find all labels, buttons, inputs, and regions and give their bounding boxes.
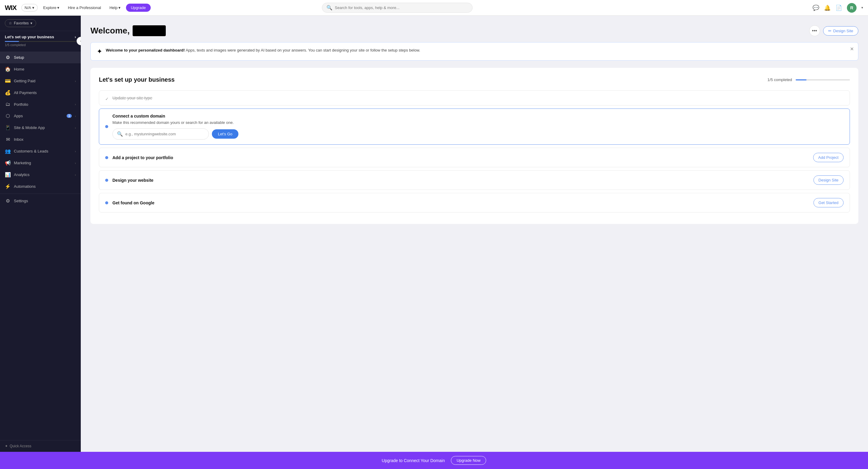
banner-sparkle-icon: ✦ <box>97 48 102 56</box>
add-project-button[interactable]: Add Project <box>813 153 844 162</box>
marketing-chevron: › <box>75 161 76 165</box>
star-icon: ☆ <box>9 21 12 25</box>
lets-go-button[interactable]: Let's Go <box>212 129 239 139</box>
step-design-website-dot <box>105 179 108 182</box>
setup-progress-track <box>796 79 850 81</box>
sidebar-header: ☆ Favorites ▾ <box>0 16 81 31</box>
sidebar-item-all-payments[interactable]: 💰 All Payments <box>0 87 81 99</box>
analytics-chevron: › <box>75 173 76 177</box>
page-header: Welcome, ••• ✏ Design Site <box>90 25 858 36</box>
portfolio-chevron: › <box>75 102 76 106</box>
setup-card: Let's set up your business 1/5 completed… <box>90 68 858 224</box>
sidebar-item-automations[interactable]: ⚡ Automations <box>0 181 81 192</box>
help-link[interactable]: Help ▾ <box>106 5 124 10</box>
sidebar-label-all-payments: All Payments <box>14 90 76 95</box>
domain-search-icon: 🔍 <box>117 131 123 137</box>
design-site-button[interactable]: ✏ Design Site <box>823 26 858 36</box>
step-get-found-content: Get found on Google <box>113 200 809 205</box>
sidebar-item-customers-leads[interactable]: 👥 Customers & Leads › <box>0 145 81 157</box>
avatar[interactable]: R <box>847 3 857 13</box>
search-input[interactable] <box>335 5 468 10</box>
sidebar-item-portfolio[interactable]: 🗂 Portfolio › <box>0 99 81 110</box>
upgrade-now-button[interactable]: Upgrade Now <box>451 456 487 465</box>
setup-card-progress: 1/5 completed <box>767 77 850 82</box>
sidebar-label-apps: Apps <box>14 114 64 118</box>
sidebar-label-customers-leads: Customers & Leads <box>14 149 72 153</box>
banner-title: Welcome to your personalized dashboard! <box>106 48 185 53</box>
inbox-icon: ✉ <box>5 136 11 142</box>
notifications-icon[interactable]: 🔔 <box>824 4 831 11</box>
sidebar-setup-section: Let's set up your business › 1/5 complet… <box>0 31 81 49</box>
sidebar-item-settings[interactable]: ⚙ Settings <box>0 195 81 207</box>
apps-icon: ⬡ <box>5 113 11 119</box>
sidebar-label-marketing: Marketing <box>14 161 72 165</box>
more-options-button[interactable]: ••• <box>809 25 820 36</box>
customers-leads-chevron: › <box>75 150 76 153</box>
sidebar-item-site-mobile[interactable]: 📱 Site & Mobile App › <box>0 122 81 133</box>
sidebar-progress-fill <box>5 41 19 42</box>
step-update-site-type-content: Update your site type <box>113 96 844 100</box>
sidebar-item-apps[interactable]: ⬡ Apps 1 › <box>0 110 81 122</box>
domain-input-wrap[interactable]: 🔍 <box>113 128 209 139</box>
design-website-button[interactable]: Design Site <box>813 176 844 185</box>
hire-professional-link[interactable]: Hire a Professional <box>65 5 104 10</box>
avatar-chevron[interactable]: ▾ <box>861 6 863 10</box>
upgrade-footer: Upgrade to Connect Your Domain Upgrade N… <box>0 452 868 469</box>
all-payments-icon: 💰 <box>5 90 11 96</box>
nav-icons: 💬 🔔 📄 R ▾ <box>812 3 863 13</box>
home-icon: 🏠 <box>5 66 11 72</box>
automations-icon: ⚡ <box>5 184 11 189</box>
analytics-icon: 📊 <box>5 172 11 178</box>
sidebar-label-inbox: Inbox <box>14 137 76 142</box>
header-actions: ••• ✏ Design Site <box>809 25 858 36</box>
sidebar-label-home: Home <box>14 67 76 71</box>
sidebar-item-getting-paid[interactable]: 💳 Getting Paid › <box>0 75 81 87</box>
step-connect-domain-description: Make this recommended domain yours or se… <box>113 120 844 125</box>
domain-input[interactable] <box>125 132 204 136</box>
get-started-button[interactable]: Get Started <box>813 198 844 207</box>
site-mobile-icon: 📱 <box>5 125 11 130</box>
site-selector-chevron: ▾ <box>32 5 34 10</box>
step-design-website-title: Design your website <box>113 178 809 183</box>
setup-chevron: › <box>75 35 76 39</box>
sidebar-item-analytics[interactable]: 📊 Analytics › <box>0 169 81 181</box>
upgrade-footer-text: Upgrade to Connect Your Domain <box>382 458 445 463</box>
explore-link[interactable]: Explore ▾ <box>40 5 62 10</box>
apps-badge: 1 <box>67 114 72 118</box>
search-bar[interactable]: 🔍 <box>322 3 472 13</box>
sidebar: ‹ ☆ Favorites ▾ Let's set up your busine… <box>0 16 81 452</box>
sidebar-label-settings: Settings <box>14 199 76 203</box>
site-selector[interactable]: N/A ▾ <box>22 4 38 11</box>
site-name-label: N/A <box>25 5 31 10</box>
marketing-icon: 📢 <box>5 160 11 166</box>
apps-chevron: › <box>75 114 76 118</box>
sidebar-progress-bar <box>5 41 76 42</box>
portfolio-icon: 🗂 <box>5 101 11 107</box>
quick-access-icon: ✦ <box>5 444 8 448</box>
user-name-block <box>133 25 165 36</box>
wix-logo: WIX <box>5 4 17 12</box>
quick-access-button[interactable]: ✦ Quick Access <box>0 440 81 452</box>
banner-body: Apps, texts and images were generated by… <box>186 48 420 53</box>
customers-leads-icon: 👥 <box>5 148 11 154</box>
banner-close-button[interactable]: ✕ <box>850 46 854 52</box>
setup-card-header: Let's set up your business 1/5 completed <box>99 76 850 83</box>
setup-card-progress-text: 1/5 completed <box>767 77 792 82</box>
sidebar-label-getting-paid: Getting Paid <box>14 79 72 83</box>
welcome-title: Welcome, <box>90 25 166 36</box>
step-get-found-dot <box>105 201 108 205</box>
sidebar-setup-title[interactable]: Let's set up your business › <box>5 35 76 39</box>
sidebar-item-marketing[interactable]: 📢 Marketing › <box>0 157 81 169</box>
favorites-button[interactable]: ☆ Favorites ▾ <box>5 19 36 27</box>
upgrade-button[interactable]: Upgrade <box>126 4 151 12</box>
step-get-found-title: Get found on Google <box>113 200 809 205</box>
pages-icon[interactable]: 📄 <box>835 4 842 11</box>
settings-icon: ⚙ <box>5 198 11 204</box>
sidebar-item-setup[interactable]: ⚙ Setup <box>0 52 81 63</box>
setup-progress-fill <box>796 79 807 81</box>
sidebar-item-home[interactable]: 🏠 Home <box>0 63 81 75</box>
sidebar-item-inbox[interactable]: ✉ Inbox <box>0 133 81 145</box>
chat-icon[interactable]: 💬 <box>812 4 819 11</box>
step-add-project: Add a project to your portfolio Add Proj… <box>99 148 850 167</box>
domain-input-row: 🔍 Let's Go <box>113 128 844 139</box>
